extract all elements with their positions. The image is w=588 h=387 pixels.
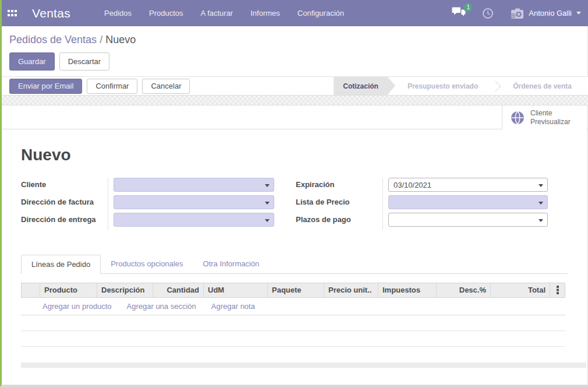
header-impuestos: Impuestos [378, 283, 436, 297]
menu-item-informes[interactable]: Informes [250, 9, 280, 17]
direccion-factura-input[interactable] [114, 196, 274, 209]
customer-preview-label: Cliente Previsualizar [530, 109, 571, 126]
top-navbar: Ventas Pedidos Productos A facturar Info… [2, 0, 588, 26]
confirm-button[interactable]: Confirmar [87, 79, 137, 94]
stage-presupuesto-enviado[interactable]: Presupuesto enviado [396, 77, 490, 95]
direccion-factura-field[interactable] [114, 195, 274, 209]
breadcrumb-parent-link[interactable]: Pedidos de Ventas [9, 34, 97, 45]
dropdown-caret-icon [539, 184, 543, 187]
direccion-entrega-input[interactable] [114, 213, 274, 226]
field-row-direccion-factura: Dirección de factura [21, 195, 275, 213]
header-cantidad: Cantidad [153, 283, 203, 297]
messages-count-badge: 1 [463, 3, 473, 12]
cliente-label: Cliente [21, 178, 108, 195]
cliente-field[interactable] [114, 178, 274, 192]
lista-precio-input[interactable] [389, 196, 547, 209]
expiracion-label: Expiración [296, 178, 383, 195]
lista-precio-field[interactable] [388, 195, 548, 209]
apps-menu-icon[interactable] [6, 8, 18, 19]
add-line-links-row: Agregar un producto Agregar una sección … [21, 298, 565, 315]
app-brand-title[interactable]: Ventas [32, 6, 70, 20]
breadcrumb: Pedidos de Ventas / Nuevo [9, 34, 136, 46]
record-action-buttons: Guardar Descartar [9, 52, 109, 71]
plazos-pago-field[interactable] [388, 213, 548, 227]
sheet-header: Cliente Previsualizar [2, 105, 588, 129]
form-background-band [2, 96, 588, 105]
expiracion-field[interactable] [388, 178, 548, 192]
user-name: Antonio Galli [529, 9, 572, 17]
dropdown-caret-icon [265, 219, 270, 222]
status-pipeline: Cotización Presupuesto enviado Órdenes d… [334, 77, 583, 95]
order-lines-table: Producto Descripción Cantidad UdM Paquet… [21, 283, 565, 347]
dropdown-caret-icon [539, 219, 543, 222]
field-row-expiracion: Expiración [296, 178, 548, 195]
tab-lineas-de-pedido[interactable]: Líneas de Pedido [21, 255, 101, 274]
messages-button[interactable]: 1 [452, 7, 466, 20]
menu-item-productos[interactable]: Productos [149, 9, 183, 17]
add-section-link[interactable]: Agregar una sección [127, 302, 196, 311]
activities-button[interactable] [482, 8, 494, 19]
form-left-column: Cliente Dirección de factura Dirección d… [21, 178, 275, 230]
dropdown-caret-icon [265, 184, 270, 187]
menu-item-configuracion[interactable]: Configuración [297, 9, 344, 17]
main-menu: Pedidos Productos A facturar Informes Co… [104, 9, 344, 17]
header-handle-column [22, 283, 40, 297]
breadcrumb-current: Nuevo [105, 34, 136, 45]
discard-button[interactable]: Descartar [59, 52, 109, 71]
field-row-lista-precio: Lista de Precio [296, 195, 548, 213]
header-producto: Producto [40, 283, 97, 297]
record-title: Nuevo [21, 146, 71, 164]
order-lines-header-row: Producto Descripción Cantidad UdM Paquet… [21, 283, 565, 298]
header-precio-unitario: Precio unit.. [324, 283, 378, 297]
save-button[interactable]: Guardar [9, 52, 55, 71]
menu-item-a-facturar[interactable]: A facturar [201, 9, 233, 17]
chevron-down-icon [576, 12, 581, 15]
notebook-tabs: Líneas de Pedido Productos opcionales Ot… [21, 255, 568, 274]
globe-icon [510, 110, 525, 125]
stage-cotizacion[interactable]: Cotización [334, 77, 388, 95]
workflow-buttons: Enviar por Email Confirmar Cancelar [9, 79, 190, 94]
form-right-column: Expiración Lista de Precio Plazos de pag… [296, 178, 548, 230]
cliente-input[interactable] [114, 178, 274, 191]
expiracion-input[interactable] [389, 178, 547, 191]
header-descripcion: Descripción [97, 283, 153, 297]
customer-preview-button[interactable]: Cliente Previsualizar [502, 105, 586, 129]
control-panel: Pedidos de Ventas / Nuevo Guardar Descar… [2, 26, 588, 76]
lista-precio-label: Lista de Precio [296, 195, 383, 213]
sales-order-form-page: Ventas Pedidos Productos A facturar Info… [0, 0, 588, 387]
tab-productos-opcionales[interactable]: Productos opcionales [101, 255, 193, 273]
field-row-plazos-pago: Plazos de pago [296, 213, 548, 230]
direccion-factura-label: Dirección de factura [21, 195, 108, 213]
direccion-entrega-label: Dirección de entrega [21, 213, 108, 230]
plazos-pago-label: Plazos de pago [296, 213, 383, 230]
tab-otra-informacion[interactable]: Otra Información [193, 255, 270, 273]
empty-table-row [21, 315, 565, 331]
user-menu[interactable]: Antonio Galli [510, 8, 581, 19]
statusbar: Enviar por Email Confirmar Cancelar Coti… [2, 76, 588, 96]
plazos-pago-input[interactable] [389, 213, 547, 226]
empty-table-row [21, 331, 565, 347]
dropdown-caret-icon [265, 202, 270, 205]
sheet-body: Nuevo Cliente Dirección de factura Direc… [2, 129, 588, 385]
table-footer-bar [21, 363, 586, 368]
navbar-right: 1 Antonio Galli [452, 7, 581, 20]
header-paquete: Paquete [267, 283, 324, 297]
direccion-entrega-field[interactable] [114, 213, 274, 227]
dropdown-caret-icon [539, 202, 543, 205]
send-by-email-button[interactable]: Enviar por Email [9, 79, 82, 94]
clock-icon [482, 8, 494, 19]
add-product-link[interactable]: Agregar un producto [42, 302, 112, 311]
optional-columns-toggle-icon[interactable] [550, 283, 565, 297]
stage-chevron-icon [490, 80, 501, 91]
field-row-cliente: Cliente [21, 178, 275, 195]
grid-icon [8, 9, 17, 18]
stage-ordenes-de-venta[interactable]: Órdenes de venta [501, 77, 583, 95]
menu-item-pedidos[interactable]: Pedidos [104, 9, 132, 17]
breadcrumb-separator: / [100, 34, 102, 45]
avatar-placeholder-icon [510, 8, 524, 19]
add-note-link[interactable]: Agregar nota [211, 302, 255, 311]
header-descuento: Desc.% [436, 283, 490, 297]
cancel-button[interactable]: Cancelar [142, 79, 190, 94]
field-row-direccion-entrega: Dirección de entrega [21, 213, 275, 230]
header-udm: UdM [203, 283, 267, 297]
